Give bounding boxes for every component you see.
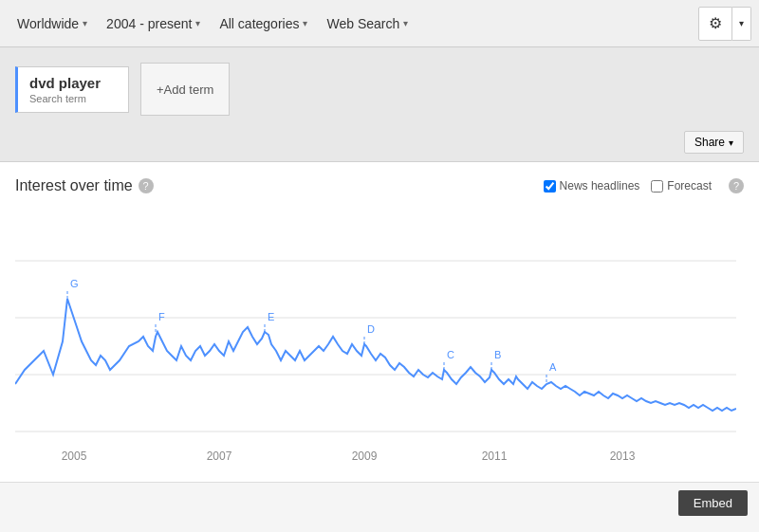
embed-button[interactable]: Embed [678,490,748,516]
region-chevron: ▾ [83,18,87,28]
forecast-label: Forecast [667,179,712,193]
region-selector[interactable]: Worldwide ▾ [8,0,97,46]
gear-icon: ⚙ [709,14,722,32]
interest-help-icon[interactable]: ? [139,178,154,193]
share-label: Share [694,136,725,149]
category-selector[interactable]: All categories ▾ [210,0,317,46]
share-chevron-icon: ▾ [729,138,733,148]
search-term-card[interactable]: dvd player Search term [15,66,129,113]
marker-f: F [158,311,165,322]
settings-dropdown-button[interactable]: ▾ [732,7,751,41]
x-label-2013: 2013 [610,449,636,463]
chart-header: Interest over time ? News headlines Fore… [15,177,744,194]
marker-a: A [549,361,557,373]
news-headlines-label: News headlines [560,179,640,193]
search-type-selector[interactable]: Web Search ▾ [317,0,417,46]
chart-svg: G F E D C B A 2005 2007 2009 2011 20 [15,204,736,479]
chart-title: Interest over time [15,177,133,194]
settings-button[interactable]: ⚙ [698,7,732,41]
marker-d: D [367,323,375,335]
search-type-label: Web Search [326,16,399,31]
search-term-sub: Search term [29,93,117,104]
settings-chevron-icon: ▾ [739,18,744,28]
bottom-bar: Embed [0,482,759,523]
chart-controls: News headlines Forecast ? [544,178,744,193]
date-selector[interactable]: 2004 - present ▾ [97,0,210,46]
share-bar: Share ▾ [0,125,759,162]
forecast-checkbox[interactable] [651,180,663,193]
embed-label: Embed [694,496,732,510]
x-label-2011: 2011 [482,449,508,463]
date-label: 2004 - present [106,16,192,31]
marker-g: G [70,278,79,289]
top-navigation: Worldwide ▾ 2004 - present ▾ All categor… [0,0,759,47]
category-chevron: ▾ [303,18,307,28]
marker-c: C [447,349,454,360]
category-label: All categories [219,16,299,31]
search-term-area: dvd player Search term +Add term [0,47,759,125]
news-headlines-checkbox[interactable] [544,180,556,193]
search-term-main: dvd player [29,75,117,91]
chart-area: Interest over time ? News headlines Fore… [0,162,759,482]
trend-line [15,299,736,411]
search-type-chevron: ▾ [403,18,408,28]
add-term-button[interactable]: +Add term [140,63,230,116]
region-label: Worldwide [17,16,79,31]
share-button[interactable]: Share ▾ [684,131,744,154]
news-headlines-checkbox-label[interactable]: News headlines [544,179,640,193]
marker-b: B [494,349,501,360]
x-label-2009: 2009 [352,449,378,463]
marker-e: E [268,311,274,322]
x-label-2007: 2007 [207,449,232,463]
x-label-2005: 2005 [62,449,87,463]
forecast-checkbox-label[interactable]: Forecast [651,179,712,193]
trend-chart: G F E D C B A 2005 2007 2009 2011 20 [15,204,744,482]
date-chevron: ▾ [195,18,200,28]
forecast-help-icon[interactable]: ? [729,178,744,193]
